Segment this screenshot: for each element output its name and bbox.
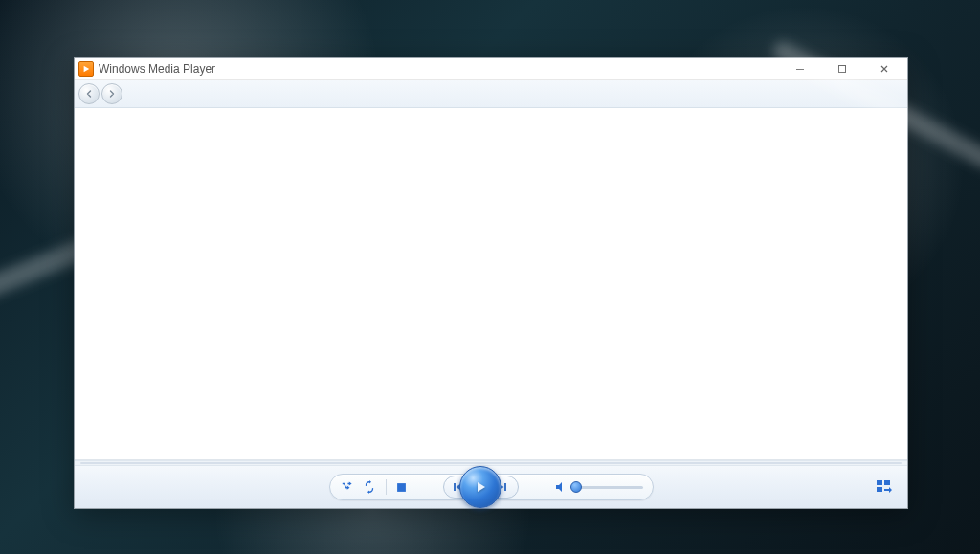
switch-to-library-button[interactable]	[875, 477, 894, 497]
svg-rect-13	[884, 480, 890, 485]
forward-button[interactable]	[101, 83, 122, 104]
wmp-window: Windows Media Player	[74, 57, 908, 509]
desktop-background: Windows Media Player	[0, 0, 980, 554]
repeat-button[interactable]	[363, 480, 376, 494]
play-button[interactable]	[459, 466, 501, 508]
svg-rect-12	[877, 480, 882, 485]
svg-marker-10	[478, 482, 485, 492]
stop-button[interactable]	[396, 482, 407, 493]
svg-marker-15	[884, 487, 892, 493]
svg-marker-0	[84, 66, 90, 72]
window-controls	[779, 59, 905, 78]
svg-rect-4	[454, 483, 456, 491]
window-title: Windows Media Player	[99, 62, 215, 76]
close-button[interactable]	[863, 59, 905, 78]
wmp-app-icon	[78, 61, 94, 77]
svg-marker-11	[556, 482, 562, 492]
maximize-button[interactable]	[821, 59, 863, 78]
svg-rect-2	[839, 66, 846, 73]
mute-button[interactable]	[555, 481, 567, 493]
minimize-button[interactable]	[779, 59, 821, 78]
svg-rect-1	[796, 69, 804, 70]
back-button[interactable]	[78, 83, 100, 104]
volume-slider[interactable]	[576, 486, 643, 489]
svg-rect-9	[504, 483, 506, 491]
playback-bar	[75, 466, 907, 508]
separator	[386, 479, 387, 495]
svg-rect-3	[397, 483, 406, 492]
titlebar[interactable]: Windows Media Player	[75, 58, 907, 80]
navigation-bar	[75, 80, 907, 108]
volume-thumb[interactable]	[570, 481, 582, 493]
controls-group	[329, 474, 654, 500]
now-playing-area	[75, 108, 907, 460]
svg-rect-14	[877, 487, 882, 492]
shuffle-button[interactable]	[340, 480, 353, 494]
